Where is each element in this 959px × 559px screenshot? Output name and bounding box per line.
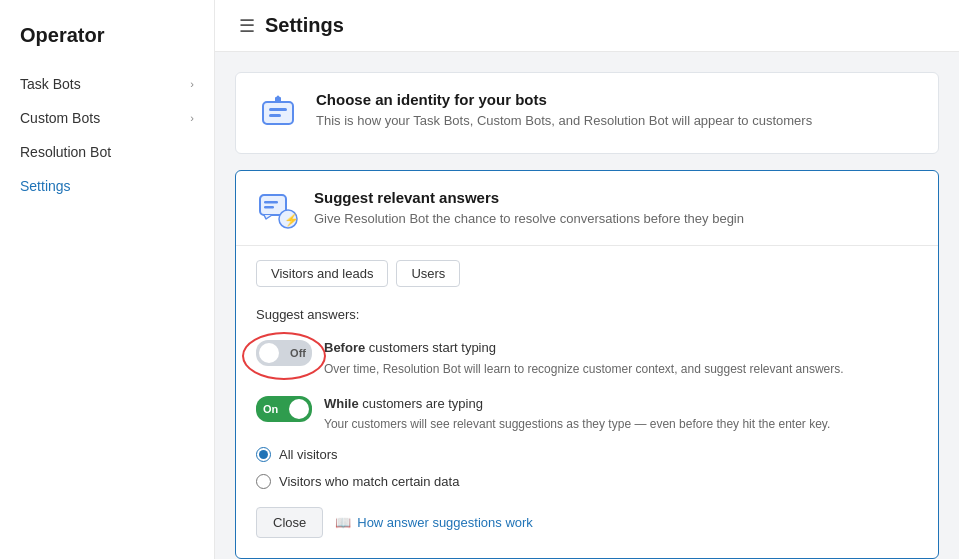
toggle-before-row: Off Before customers start typing Over t… bbox=[236, 330, 938, 386]
suggest-icon: ⚡ bbox=[256, 189, 300, 233]
toggle-while-desc: Your customers will see relevant suggest… bbox=[324, 415, 830, 433]
sidebar-item-resolution-bot[interactable]: Resolution Bot bbox=[0, 135, 214, 169]
toggle-before-desc: Over time, Resolution Bot will learn to … bbox=[324, 360, 844, 378]
toggle-before-knob bbox=[259, 343, 279, 363]
toggle-while[interactable]: On bbox=[256, 396, 312, 422]
help-link-text: How answer suggestions work bbox=[357, 515, 533, 530]
tab-visitors-leads[interactable]: Visitors and leads bbox=[256, 260, 388, 287]
suggest-card: ⚡ Suggest relevant answers Give Resoluti… bbox=[235, 170, 939, 559]
svg-rect-0 bbox=[263, 102, 293, 124]
svg-rect-7 bbox=[264, 206, 274, 209]
toggle-while-knob bbox=[289, 399, 309, 419]
sidebar-title: Operator bbox=[0, 16, 214, 67]
svg-point-4 bbox=[277, 96, 280, 99]
hamburger-icon[interactable]: ☰ bbox=[239, 15, 255, 37]
chevron-right-icon: › bbox=[190, 78, 194, 90]
sidebar-item-settings[interactable]: Settings bbox=[0, 169, 214, 203]
radio-all-visitors[interactable] bbox=[256, 447, 271, 462]
svg-text:⚡: ⚡ bbox=[284, 212, 299, 227]
toggle-before-rest: customers start typing bbox=[365, 340, 496, 355]
sidebar-item-label-custom-bots: Custom Bots bbox=[20, 110, 100, 126]
identity-card-text: Choose an identity for your bots This is… bbox=[316, 91, 812, 130]
chevron-right-icon: › bbox=[190, 112, 194, 124]
identity-card-title: Choose an identity for your bots bbox=[316, 91, 812, 108]
toggle-before-content: Before customers start typing Over time,… bbox=[324, 338, 844, 378]
toggle-while-rest: customers are typing bbox=[359, 396, 483, 411]
suggest-answers-label: Suggest answers: bbox=[236, 295, 938, 330]
toggle-while-label: On bbox=[263, 403, 278, 415]
radio-match-data-label: Visitors who match certain data bbox=[279, 474, 459, 489]
svg-rect-6 bbox=[264, 201, 278, 204]
sidebar-item-label-settings: Settings bbox=[20, 178, 71, 194]
tab-users[interactable]: Users bbox=[396, 260, 460, 287]
sidebar-item-task-bots[interactable]: Task Bots › bbox=[0, 67, 214, 101]
page-title: Settings bbox=[265, 14, 344, 37]
toggle-while-area[interactable]: On bbox=[256, 396, 312, 422]
identity-card: Choose an identity for your bots This is… bbox=[235, 72, 939, 154]
radio-row-match-data: Visitors who match certain data bbox=[236, 468, 938, 495]
page-header: ☰ Settings bbox=[215, 0, 959, 52]
radio-match-data[interactable] bbox=[256, 474, 271, 489]
toggle-before[interactable]: Off bbox=[256, 340, 312, 366]
suggest-desc: Give Resolution Bot the chance to resolv… bbox=[314, 210, 744, 228]
toggle-before-title: Before customers start typing bbox=[324, 338, 844, 358]
sidebar-item-custom-bots[interactable]: Custom Bots › bbox=[0, 101, 214, 135]
identity-card-section: Choose an identity for your bots This is… bbox=[236, 73, 938, 153]
toggle-before-bold: Before bbox=[324, 340, 365, 355]
identity-card-desc: This is how your Task Bots, Custom Bots,… bbox=[316, 112, 812, 130]
suggest-header-text: Suggest relevant answers Give Resolution… bbox=[314, 189, 744, 228]
bottom-row: Close 📖 How answer suggestions work bbox=[236, 495, 938, 550]
radio-all-visitors-label: All visitors bbox=[279, 447, 338, 462]
help-link[interactable]: 📖 How answer suggestions work bbox=[335, 515, 533, 530]
sidebar-item-label-resolution-bot: Resolution Bot bbox=[20, 144, 111, 160]
toggle-while-bold: While bbox=[324, 396, 359, 411]
svg-rect-2 bbox=[269, 114, 281, 117]
toggle-while-row: On While customers are typing Your custo… bbox=[236, 386, 938, 442]
sidebar-item-label-task-bots: Task Bots bbox=[20, 76, 81, 92]
tabs-row: Visitors and leads Users bbox=[236, 246, 938, 295]
svg-rect-1 bbox=[269, 108, 287, 111]
suggest-header: ⚡ Suggest relevant answers Give Resoluti… bbox=[236, 171, 938, 246]
book-icon: 📖 bbox=[335, 515, 351, 530]
toggle-while-title: While customers are typing bbox=[324, 394, 830, 414]
close-button[interactable]: Close bbox=[256, 507, 323, 538]
bot-identity-icon bbox=[256, 91, 300, 135]
suggest-title: Suggest relevant answers bbox=[314, 189, 744, 206]
toggle-while-content: While customers are typing Your customer… bbox=[324, 394, 830, 434]
radio-row-all-visitors: All visitors bbox=[236, 441, 938, 468]
sidebar: Operator Task Bots › Custom Bots › Resol… bbox=[0, 0, 215, 559]
toggle-before-area[interactable]: Off bbox=[256, 340, 312, 366]
main-content: ☰ Settings Choose an identity for your b… bbox=[215, 0, 959, 559]
toggle-before-label: Off bbox=[290, 347, 306, 359]
